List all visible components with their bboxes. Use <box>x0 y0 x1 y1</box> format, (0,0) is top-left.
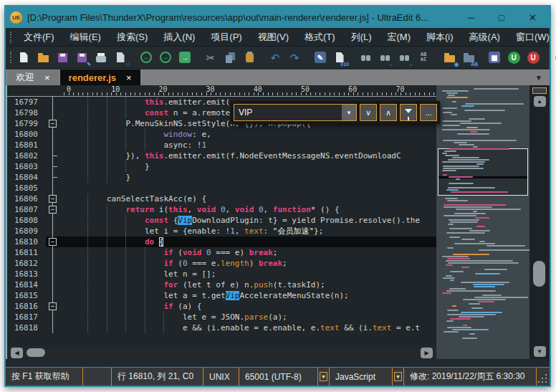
save-icon[interactable] <box>54 49 70 65</box>
language-dropdown[interactable]: ▼ <box>393 368 404 386</box>
scroll-down-icon[interactable]: ▼ <box>534 346 546 357</box>
search-input[interactable]: VIP ▼ <box>234 104 357 121</box>
fold-column[interactable] <box>46 183 60 193</box>
fold-column[interactable] <box>46 172 60 183</box>
code-text[interactable]: if (a) { <box>60 301 436 312</box>
code-line-16800[interactable]: 16800 window: e, <box>7 129 436 140</box>
code-text[interactable]: if (void 0 === e) break; <box>60 247 436 258</box>
fold-marker-icon[interactable]: − <box>49 238 57 246</box>
print-preview-icon[interactable]: ○ <box>112 49 128 65</box>
menu-item-8[interactable]: 列(L) <box>343 28 380 47</box>
redo-icon[interactable]: ↷ <box>287 49 302 65</box>
scroll-right-icon[interactable]: ▶ <box>421 348 433 358</box>
code-line-16816[interactable]: 16816− if (a) { <box>7 301 436 312</box>
fold-marker-icon[interactable]: − <box>49 206 57 214</box>
vertical-scroll-track[interactable] <box>529 107 550 346</box>
fold-column[interactable]: − <box>46 193 60 204</box>
fold-column[interactable]: − <box>46 204 60 215</box>
fold-marker-icon[interactable]: − <box>49 195 57 203</box>
replace-icon[interactable]: AB AC <box>416 49 431 65</box>
fold-column[interactable] <box>46 161 60 172</box>
vertical-scrollbar[interactable]: ▲ ▼ <box>529 85 550 359</box>
status-language[interactable]: JavaScript <box>330 368 393 386</box>
code-editor[interactable]: 16797 this.emitter.emit(16798 const n = … <box>7 97 436 346</box>
fold-marker-icon[interactable]: − <box>49 302 57 310</box>
menu-item-3[interactable]: 搜索(S) <box>109 28 155 47</box>
minimize-button[interactable]: ─ <box>468 13 474 22</box>
menu-item-4[interactable]: 插入(N) <box>155 28 203 47</box>
code-line-16806[interactable]: 16806− canSelectTaskAcc(e) { <box>7 193 436 204</box>
code-line-16801[interactable]: 16801 async: !1 <box>7 140 436 150</box>
fold-column[interactable] <box>46 247 60 258</box>
scroll-left-icon[interactable]: ◀ <box>11 348 23 358</box>
minimap[interactable] <box>436 85 529 359</box>
fold-column[interactable]: − <box>46 236 60 247</box>
close-button[interactable]: ✕ <box>529 13 537 22</box>
fold-column[interactable]: − <box>46 301 60 312</box>
code-text[interactable]: const {VipDownloadPlugin: t} = yield Pro… <box>60 215 436 226</box>
fold-column[interactable] <box>46 322 60 333</box>
code-text[interactable]: for (let t of e) n.push(t.taskId); <box>60 279 436 290</box>
vertical-scroll-thumb[interactable] <box>533 261 545 287</box>
new-file-icon[interactable] <box>16 49 32 65</box>
code-line-16804[interactable]: 16804 } <box>7 172 436 183</box>
document-list-dropdown-icon[interactable]: ▼ <box>535 74 542 82</box>
code-line-16818[interactable]: 16818 e && (i.enable = e.enable, e.text … <box>7 322 436 333</box>
open-file-icon[interactable] <box>35 49 51 65</box>
find-next-button[interactable]: ∨ <box>360 104 377 121</box>
horizontal-scrollbar[interactable]: ◀ ▶ <box>7 346 436 359</box>
column-mode-icon[interactable]: ✎ <box>312 49 328 65</box>
tab-close-icon[interactable]: × <box>126 72 132 83</box>
fold-marker-icon[interactable]: − <box>49 120 57 128</box>
status-line-ending[interactable]: UNIX <box>203 368 239 386</box>
search-history-dropdown-icon[interactable]: ▼ <box>342 105 356 120</box>
menu-grip[interactable] <box>10 32 11 43</box>
code-text[interactable]: do { <box>60 236 436 247</box>
menu-item-11[interactable]: 高级(A) <box>461 28 508 47</box>
code-text[interactable]: window: e, <box>60 129 436 140</box>
menu-item-1[interactable]: 文件(F) <box>16 28 62 47</box>
cut-icon[interactable]: ✂ <box>203 49 219 65</box>
save-as-icon[interactable]: ✎ <box>74 49 90 65</box>
code-line-16813[interactable]: 16813 let n = []; <box>7 269 436 279</box>
back-icon[interactable]: ← <box>138 49 154 65</box>
settings-icon[interactable]: ⚙ <box>551 49 556 65</box>
scroll-up-icon[interactable]: ▲ <box>534 96 546 107</box>
code-text[interactable]: canSelectTaskAcc(e) { <box>60 193 436 204</box>
print-icon[interactable] <box>93 49 109 65</box>
fold-column[interactable]: − <box>46 118 60 129</box>
fold-column[interactable] <box>46 215 60 226</box>
fold-column[interactable] <box>46 258 60 269</box>
code-line-16812[interactable]: 16812 if (0 === e.length) break; <box>7 258 436 269</box>
find-in-files-icon[interactable]: ◉ <box>441 49 457 65</box>
code-line-16815[interactable]: 16815 let a = t.getVipAccelerateMenuStat… <box>7 290 436 301</box>
code-line-16810[interactable]: 16810− do { <box>7 236 436 247</box>
hex-edit-icon[interactable]: 010 <box>332 49 348 65</box>
code-text[interactable]: }), this.emitter.emit(f.NodeEventMesssag… <box>60 150 436 161</box>
code-text[interactable]: let e = JSON.parse(a); <box>60 312 436 322</box>
find-icon[interactable] <box>358 49 373 65</box>
fold-column[interactable] <box>46 107 60 118</box>
code-text[interactable] <box>60 183 436 193</box>
menu-item-10[interactable]: 脚本(i) <box>418 28 461 47</box>
code-line-16802[interactable]: 16802 }), this.emitter.emit(f.NodeEventM… <box>7 150 436 161</box>
replace-in-files-icon[interactable]: AB <box>461 49 476 65</box>
paste-icon[interactable] <box>241 49 257 65</box>
scrollbar-top-button[interactable] <box>532 87 547 94</box>
more-button[interactable]: ... <box>420 104 437 121</box>
code-text[interactable]: let i = {enable: !1, text: "会员加速"}; <box>60 226 436 236</box>
goto-icon[interactable]: → <box>177 49 193 65</box>
tab-2[interactable]: renderer.js× <box>60 70 140 85</box>
status-caret-position[interactable]: 行 16810, 列 21, C0 <box>112 368 203 386</box>
tab-close-icon[interactable]: × <box>44 72 50 83</box>
fold-column[interactable] <box>46 269 60 279</box>
code-line-16814[interactable]: 16814 for (let t of e) n.push(t.taskId); <box>7 279 436 290</box>
undo-icon[interactable]: ↶ <box>267 49 283 65</box>
horizontal-scroll-thumb[interactable] <box>27 348 45 357</box>
code-line-16811[interactable]: 16811 if (void 0 === e) break; <box>7 247 436 258</box>
menu-item-6[interactable]: 视图(V) <box>250 28 297 47</box>
code-line-16809[interactable]: 16809 let i = {enable: !1, text: "会员加速"}… <box>7 226 436 236</box>
menu-item-2[interactable]: 编辑(E) <box>62 28 109 47</box>
tab-1[interactable]: 欢迎× <box>7 70 59 85</box>
forward-icon[interactable]: → <box>158 49 173 65</box>
